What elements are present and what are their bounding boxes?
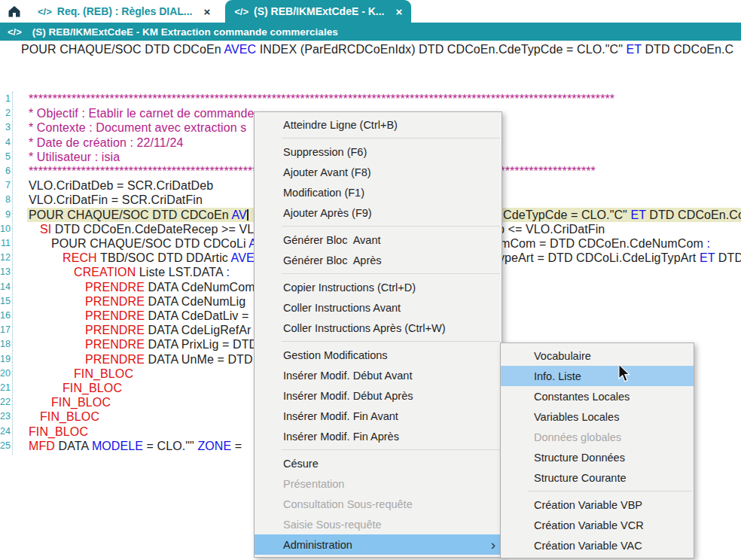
code-line-1[interactable]: ****************************************… [27, 92, 741, 106]
context-menu-item-copier-instructions-ctrl-d[interactable]: Copier Instructions (Ctrl+D) [255, 277, 502, 297]
close-tab-icon[interactable]: × [396, 5, 403, 18]
close-tab-icon[interactable]: × [203, 5, 210, 18]
code-segment: ****************************************… [29, 93, 614, 105]
submenu-item-structure-donnees[interactable]: Structure Données [501, 447, 694, 467]
context-menu-item-gestion-modifications[interactable]: Gestion Modifications [255, 345, 502, 365]
menu-item-label: Générer Bloc Après [283, 254, 492, 266]
context-menu-item-inserer-modif-fin-apres[interactable]: Insérer Modif. Fin Après [255, 426, 502, 446]
submenu-item-creation-variable-vcr[interactable]: Création Variable VCR [501, 515, 694, 535]
code-segment: = [231, 440, 242, 452]
menu-item-label: Structure Courante [534, 472, 685, 484]
tab-req-reb[interactable]: </> Req. (REB) : Règles DIAL... × [29, 0, 219, 23]
line-number: 24 [0, 425, 11, 439]
line-number: 20 [0, 367, 11, 381]
context-menu-item-inserer-modif-debut-avant[interactable]: Insérer Modif. Début Avant [255, 365, 502, 385]
context-menu-item-suppression-f6[interactable]: Suppression (F6) [255, 142, 502, 162]
code-line-text: RECH TBD/SOC DTD DDArtic AVE [27, 251, 255, 265]
code-segment: SI [40, 223, 51, 236]
line-number: 12 [0, 251, 11, 265]
tab-label: Req. (REB) : Règles DIAL... [57, 5, 193, 17]
submenu-item-variables-locales[interactable]: Variables Locales [501, 406, 694, 427]
code-segment: PRENDRE [85, 295, 145, 308]
menu-separator [282, 449, 500, 450]
context-menu-item-coller-instructions-avant[interactable]: Coller Instructions Avant [255, 297, 502, 318]
code-segment: ypeArt = DTD CDCoLi.CdeLigTypArt [499, 251, 700, 264]
code-segment: DATA CdeLigRefAr [145, 324, 252, 336]
menu-separator [282, 226, 500, 227]
code-segment: mCom = DTD CDCoEn.CdeNumCom [500, 237, 706, 250]
code-line-text: ****************************************… [27, 92, 614, 106]
context-menu-item-atteindre-ligne-ctrl-b[interactable]: Atteindre Ligne (Ctrl+B) [255, 114, 502, 135]
code-segment: PRENDRE [85, 309, 145, 322]
code-segment: ET [700, 251, 715, 264]
mouse-cursor-icon [616, 364, 633, 386]
context-menu-item-ajouter-avant-f8[interactable]: Ajouter Avant (F8) [255, 162, 502, 182]
menu-item-label: Modification (F1) [283, 187, 492, 199]
context-menu-item-coller-instructions-apres-ctrl-w[interactable]: Coller Instructions Après (Ctrl+W) [255, 318, 502, 338]
context-menu-item-ajouter-apres-f9[interactable]: Ajouter Après (F9) [255, 202, 502, 223]
menu-item-label: Suppression (F6) [283, 146, 492, 158]
context-menu-item-administration[interactable]: Administration› [255, 534, 502, 555]
code-segment: * Date de création : 22/11/24 [29, 136, 183, 149]
code-segment: AVE [231, 251, 255, 264]
submenu-item-vocabulaire[interactable]: Vocabulaire [501, 345, 694, 366]
context-menu-item-modification-f1[interactable]: Modification (F1) [255, 182, 502, 202]
code-line-text: PRENDRE DATA CdeNumCom [27, 280, 255, 294]
code-line-text: PRENDRE DATA PrixLig = DTD [27, 337, 258, 352]
context-menu-item-generer-bloc-apres[interactable]: Générer Bloc Après [255, 250, 502, 270]
menu-item-label: Saisie Sous-requête [283, 519, 492, 531]
code-segment: PRENDRE [85, 281, 145, 294]
line-number: 10 [0, 222, 11, 236]
line-number: 3 [0, 120, 11, 135]
tab-reb-ikmextcdee[interactable]: </> (S) REB/IKMExtCdeE - K... × [225, 0, 411, 23]
code-line-text: FIN_BLOC [27, 409, 99, 424]
line-number: 15 [0, 294, 11, 309]
submenu-item-info-liste[interactable]: Info. Liste [501, 366, 694, 386]
line-number: 21 [0, 381, 11, 395]
code-segment: POUR CHAQUE/SOC DTD CDCoEn [29, 208, 231, 221]
line-number: 9 [0, 208, 11, 222]
submenu-item-structure-courante[interactable]: Structure Courante [501, 467, 694, 488]
menu-item-label: Administration [283, 539, 491, 551]
context-menu-item-inserer-modif-debut-apres[interactable]: Insérer Modif. Début Après [255, 385, 502, 406]
code-segment: p <= VLO.CriDatFin [498, 223, 605, 236]
context-menu-item-inserer-modif-fin-avant[interactable]: Insérer Modif. Fin Avant [255, 406, 502, 426]
code-line-text: FIN_BLOC [27, 381, 122, 395]
menu-item-label: Structure Données [534, 452, 685, 464]
context-menu-item-consultation-sous-requete: Consultation Sous-requête [255, 494, 502, 514]
submenu-item-creation-variable-vac[interactable]: Création Variable VAC [501, 535, 694, 555]
line-number: 11 [0, 236, 11, 251]
menu-item-label: Insérer Modif. Fin Après [283, 431, 492, 443]
menu-item-label: Consultation Sous-requête [283, 498, 492, 510]
code-line-right-fragment: CdeTypCde = CLO."C" ET DTD CDCoEn.Co [503, 208, 741, 222]
menu-item-label: Coller Instructions Après (Ctrl+W) [283, 322, 492, 334]
menu-item-label: Présentation [283, 478, 492, 490]
code-segment: MODELE [92, 440, 143, 452]
context-menu-item-cesure[interactable]: Césure [255, 453, 502, 473]
statement-preview-line: POUR CHAQUE/SOC DTD CDCoEn AVEC INDEX (P… [21, 43, 741, 58]
code-line-right-fragment: ypeArt = DTD CDCoLi.CdeLigTypArt ET DTD … [499, 251, 741, 265]
code-line-text: PRENDRE DATA CdeNumLig [27, 294, 249, 309]
submenu-item-creation-variable-vbp[interactable]: Création Variable VBP [501, 495, 694, 515]
code-segment: FIN_BLOC [29, 425, 88, 438]
code-line-text: FIN_BLOC [27, 395, 111, 409]
app-window: { "colors": { "teal": "#1a96a4", "keywor… [0, 0, 741, 560]
menu-item-label: Info. Liste [534, 370, 685, 382]
home-button[interactable] [0, 0, 29, 23]
code-line-text: * Date de création : 22/11/24 [27, 135, 183, 150]
document-title: (S) REB/IKMExtCdeE - KM Extraction comma… [32, 26, 338, 38]
code-segment: DTD CDCoEn.CdeDateRecep >= VLO [51, 223, 263, 236]
menu-item-label: Césure [283, 458, 492, 470]
context-menu-item-saisie-sous-requete: Saisie Sous-requête [255, 514, 502, 534]
line-number: 16 [0, 309, 11, 323]
context-menu-item-presentation: Présentation [255, 473, 502, 494]
context-menu-item-generer-bloc-avant[interactable]: Générer Bloc Avant [255, 230, 502, 250]
submenu-item-constantes-locales[interactable]: Constantes Locales [501, 386, 694, 406]
code-segment: INDEX (ParEdRCDCoEnIdx) DTD CDCoEn.CdeTy… [256, 43, 626, 56]
menu-item-label: Coller Instructions Avant [283, 302, 492, 314]
text-caret [247, 209, 249, 221]
code-segment: * Utilisateur : isia [29, 151, 120, 163]
code-line-text: POUR CHAQUE/SOC DTD CDCoLi AV [27, 236, 264, 251]
code-segment: TBD/SOC DTD DDArtic [97, 251, 231, 264]
line-number: 17 [0, 323, 11, 337]
